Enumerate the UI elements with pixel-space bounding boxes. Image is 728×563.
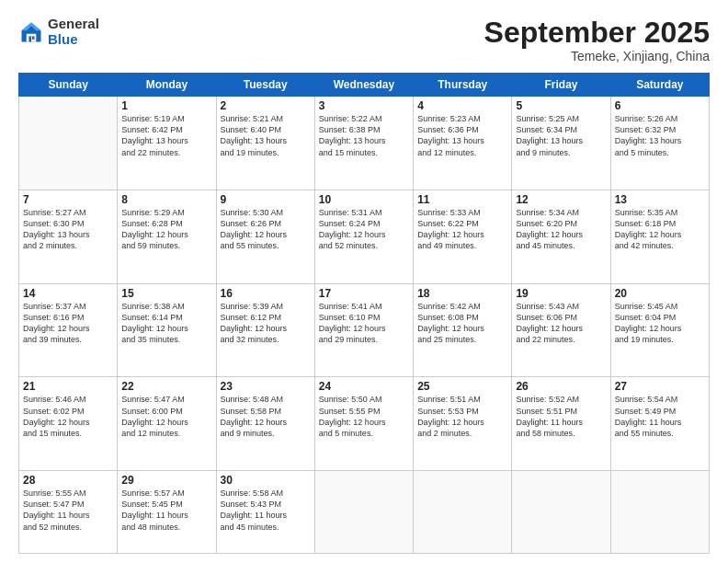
day-info: Sunrise: 5:41 AMSunset: 6:10 PMDaylight:… bbox=[319, 301, 409, 346]
calendar-cell: 7Sunrise: 5:27 AMSunset: 6:30 PMDaylight… bbox=[19, 190, 118, 283]
logo-icon bbox=[18, 19, 44, 45]
logo-text: General Blue bbox=[48, 17, 99, 47]
day-number: 21 bbox=[23, 380, 113, 393]
day-info: Sunrise: 5:33 AMSunset: 6:22 PMDaylight:… bbox=[417, 207, 507, 252]
day-info: Sunrise: 5:19 AMSunset: 6:42 PMDaylight:… bbox=[121, 113, 211, 158]
calendar-cell: 24Sunrise: 5:50 AMSunset: 5:55 PMDayligh… bbox=[314, 377, 413, 471]
col-tuesday: Tuesday bbox=[216, 74, 314, 97]
day-number: 15 bbox=[121, 287, 211, 300]
day-number: 7 bbox=[23, 193, 113, 206]
col-sunday: Sunday bbox=[19, 74, 118, 97]
calendar-cell: 8Sunrise: 5:29 AMSunset: 6:28 PMDaylight… bbox=[118, 190, 216, 283]
calendar-cell: 5Sunrise: 5:25 AMSunset: 6:34 PMDaylight… bbox=[512, 97, 610, 190]
calendar-cell: 20Sunrise: 5:45 AMSunset: 6:04 PMDayligh… bbox=[610, 283, 709, 377]
calendar-week-1: 1Sunrise: 5:19 AMSunset: 6:42 PMDaylight… bbox=[19, 97, 710, 190]
col-friday: Friday bbox=[512, 74, 610, 97]
calendar-cell: 12Sunrise: 5:34 AMSunset: 6:20 PMDayligh… bbox=[512, 190, 610, 283]
day-number: 19 bbox=[516, 287, 606, 300]
day-number: 12 bbox=[516, 193, 606, 206]
day-number: 13 bbox=[615, 193, 705, 206]
calendar-cell: 10Sunrise: 5:31 AMSunset: 6:24 PMDayligh… bbox=[314, 190, 413, 283]
day-info: Sunrise: 5:52 AMSunset: 5:51 PMDaylight:… bbox=[516, 394, 606, 439]
day-info: Sunrise: 5:42 AMSunset: 6:08 PMDaylight:… bbox=[417, 301, 507, 346]
calendar-cell bbox=[314, 471, 413, 554]
day-number: 17 bbox=[319, 287, 409, 300]
calendar-cell: 30Sunrise: 5:58 AMSunset: 5:43 PMDayligh… bbox=[216, 471, 314, 554]
day-number: 20 bbox=[615, 287, 705, 300]
calendar-cell: 9Sunrise: 5:30 AMSunset: 6:26 PMDaylight… bbox=[216, 190, 314, 283]
day-number: 28 bbox=[23, 474, 113, 487]
day-number: 25 bbox=[417, 380, 507, 393]
day-number: 1 bbox=[121, 99, 211, 112]
day-info: Sunrise: 5:29 AMSunset: 6:28 PMDaylight:… bbox=[121, 207, 211, 252]
day-info: Sunrise: 5:30 AMSunset: 6:26 PMDaylight:… bbox=[221, 207, 311, 252]
col-saturday: Saturday bbox=[610, 74, 709, 97]
calendar-cell: 16Sunrise: 5:39 AMSunset: 6:12 PMDayligh… bbox=[216, 283, 314, 377]
day-number: 8 bbox=[121, 193, 211, 206]
calendar-cell: 17Sunrise: 5:41 AMSunset: 6:10 PMDayligh… bbox=[314, 283, 413, 377]
calendar-week-3: 14Sunrise: 5:37 AMSunset: 6:16 PMDayligh… bbox=[19, 283, 710, 377]
day-number: 22 bbox=[121, 380, 211, 393]
day-info: Sunrise: 5:21 AMSunset: 6:40 PMDaylight:… bbox=[221, 113, 311, 158]
calendar-cell: 14Sunrise: 5:37 AMSunset: 6:16 PMDayligh… bbox=[19, 283, 118, 377]
day-number: 16 bbox=[221, 287, 311, 300]
calendar-cell: 28Sunrise: 5:55 AMSunset: 5:47 PMDayligh… bbox=[19, 471, 118, 554]
calendar-header-row: Sunday Monday Tuesday Wednesday Thursday… bbox=[19, 74, 710, 97]
col-wednesday: Wednesday bbox=[314, 74, 413, 97]
calendar-week-2: 7Sunrise: 5:27 AMSunset: 6:30 PMDaylight… bbox=[19, 190, 710, 283]
calendar-cell: 1Sunrise: 5:19 AMSunset: 6:42 PMDaylight… bbox=[118, 97, 216, 190]
calendar-cell: 26Sunrise: 5:52 AMSunset: 5:51 PMDayligh… bbox=[512, 377, 610, 471]
day-info: Sunrise: 5:43 AMSunset: 6:06 PMDaylight:… bbox=[516, 301, 606, 346]
location-subtitle: Temeke, Xinjiang, China bbox=[484, 49, 710, 63]
day-number: 18 bbox=[417, 287, 507, 300]
calendar-cell: 19Sunrise: 5:43 AMSunset: 6:06 PMDayligh… bbox=[512, 283, 610, 377]
calendar-week-5: 28Sunrise: 5:55 AMSunset: 5:47 PMDayligh… bbox=[19, 471, 710, 554]
calendar-cell bbox=[414, 471, 512, 554]
day-number: 24 bbox=[319, 380, 409, 393]
day-info: Sunrise: 5:37 AMSunset: 6:16 PMDaylight:… bbox=[23, 301, 113, 346]
day-number: 10 bbox=[319, 193, 409, 206]
day-info: Sunrise: 5:23 AMSunset: 6:36 PMDaylight:… bbox=[417, 113, 507, 158]
day-info: Sunrise: 5:57 AMSunset: 5:45 PMDaylight:… bbox=[121, 488, 211, 533]
calendar-cell: 29Sunrise: 5:57 AMSunset: 5:45 PMDayligh… bbox=[118, 471, 216, 554]
day-number: 11 bbox=[417, 193, 507, 206]
day-number: 27 bbox=[615, 380, 705, 393]
header: General Blue September 2025 Temeke, Xinj… bbox=[18, 17, 710, 63]
calendar-cell bbox=[512, 471, 610, 554]
day-info: Sunrise: 5:45 AMSunset: 6:04 PMDaylight:… bbox=[615, 301, 705, 346]
calendar-cell: 6Sunrise: 5:26 AMSunset: 6:32 PMDaylight… bbox=[610, 97, 709, 190]
day-info: Sunrise: 5:55 AMSunset: 5:47 PMDaylight:… bbox=[23, 488, 113, 533]
day-info: Sunrise: 5:51 AMSunset: 5:53 PMDaylight:… bbox=[417, 394, 507, 439]
calendar-cell: 13Sunrise: 5:35 AMSunset: 6:18 PMDayligh… bbox=[610, 190, 709, 283]
day-number: 2 bbox=[221, 99, 311, 112]
logo: General Blue bbox=[18, 17, 99, 47]
day-info: Sunrise: 5:54 AMSunset: 5:49 PMDaylight:… bbox=[615, 394, 705, 439]
day-info: Sunrise: 5:26 AMSunset: 6:32 PMDaylight:… bbox=[615, 113, 705, 158]
day-info: Sunrise: 5:22 AMSunset: 6:38 PMDaylight:… bbox=[319, 113, 409, 158]
calendar-cell: 18Sunrise: 5:42 AMSunset: 6:08 PMDayligh… bbox=[414, 283, 512, 377]
day-info: Sunrise: 5:48 AMSunset: 5:58 PMDaylight:… bbox=[221, 394, 311, 439]
page: General Blue September 2025 Temeke, Xinj… bbox=[0, 0, 728, 563]
calendar-cell: 4Sunrise: 5:23 AMSunset: 6:36 PMDaylight… bbox=[414, 97, 512, 190]
day-number: 5 bbox=[516, 99, 606, 112]
svg-rect-3 bbox=[28, 36, 31, 41]
svg-rect-4 bbox=[32, 36, 35, 40]
day-info: Sunrise: 5:27 AMSunset: 6:30 PMDaylight:… bbox=[23, 207, 113, 252]
calendar-cell: 23Sunrise: 5:48 AMSunset: 5:58 PMDayligh… bbox=[216, 377, 314, 471]
day-number: 3 bbox=[319, 99, 409, 112]
col-monday: Monday bbox=[118, 74, 216, 97]
calendar-cell: 25Sunrise: 5:51 AMSunset: 5:53 PMDayligh… bbox=[414, 377, 512, 471]
day-info: Sunrise: 5:31 AMSunset: 6:24 PMDaylight:… bbox=[319, 207, 409, 252]
calendar-table: Sunday Monday Tuesday Wednesday Thursday… bbox=[18, 73, 710, 554]
calendar-cell: 21Sunrise: 5:46 AMSunset: 6:02 PMDayligh… bbox=[19, 377, 118, 471]
calendar-cell: 22Sunrise: 5:47 AMSunset: 6:00 PMDayligh… bbox=[118, 377, 216, 471]
col-thursday: Thursday bbox=[414, 74, 512, 97]
day-info: Sunrise: 5:47 AMSunset: 6:00 PMDaylight:… bbox=[121, 394, 211, 439]
day-info: Sunrise: 5:38 AMSunset: 6:14 PMDaylight:… bbox=[121, 301, 211, 346]
logo-general-text: General bbox=[48, 17, 99, 32]
calendar-cell bbox=[19, 97, 118, 190]
calendar-cell: 27Sunrise: 5:54 AMSunset: 5:49 PMDayligh… bbox=[610, 377, 709, 471]
day-info: Sunrise: 5:25 AMSunset: 6:34 PMDaylight:… bbox=[516, 113, 606, 158]
day-info: Sunrise: 5:58 AMSunset: 5:43 PMDaylight:… bbox=[221, 488, 311, 533]
calendar-cell: 15Sunrise: 5:38 AMSunset: 6:14 PMDayligh… bbox=[118, 283, 216, 377]
